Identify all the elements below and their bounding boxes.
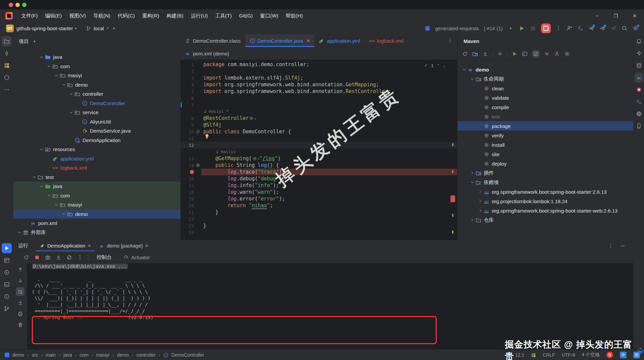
gutter[interactable]: 10 xyxy=(180,128,201,135)
console-rerun-icon[interactable] xyxy=(23,255,29,260)
send-request-2-icon[interactable] xyxy=(599,25,605,31)
sidebar-item-more[interactable] xyxy=(2,85,12,95)
maven-gear-big-icon[interactable] xyxy=(564,51,570,57)
maven-item-org.projectlombok:lombok:1.18.24[interactable]: org.projectlombok:lombok:1.18.24 xyxy=(458,196,634,206)
maven-folder-sync-icon[interactable] xyxy=(472,51,478,57)
chevron-down-icon[interactable] xyxy=(461,67,468,72)
sidebar-item-services[interactable] xyxy=(2,255,12,265)
gutter[interactable]: 13 xyxy=(180,155,201,162)
run-button[interactable] xyxy=(519,25,525,32)
maven-item-site[interactable]: site xyxy=(458,149,634,159)
maven-item-仓库[interactable]: 仓库 xyxy=(458,215,634,225)
sidebar-item-terminal[interactable] xyxy=(2,279,12,289)
gutter[interactable]: 19 xyxy=(180,195,201,202)
gutter[interactable]: 24 xyxy=(180,229,201,236)
gutter[interactable] xyxy=(180,148,201,155)
gutter[interactable]: 9 xyxy=(180,122,201,128)
chevron-down-icon[interactable] xyxy=(68,92,74,96)
maven-item-org.springframework.boot:spring-boot-starter:2.6.13[interactable]: org.springframework.boot:spring-boot-sta… xyxy=(458,187,634,196)
chevron-right-icon[interactable] xyxy=(477,208,484,213)
more-tabs-icon[interactable] xyxy=(443,34,457,47)
maven-collapse-icon[interactable] xyxy=(544,51,550,57)
menu-item[interactable]: Git(G) xyxy=(235,11,257,21)
gutter[interactable]: 1 xyxy=(180,61,201,68)
console-scrollend-icon[interactable] xyxy=(16,298,24,307)
gutter[interactable]: 22 xyxy=(180,216,201,222)
sidebar-item-structure[interactable] xyxy=(2,73,12,83)
close-traffic-light[interactable] xyxy=(9,3,13,7)
editor-scrollbar[interactable] xyxy=(450,60,457,240)
gutter[interactable]: 20 xyxy=(180,202,201,209)
menu-item[interactable]: 文件(F) xyxy=(17,11,41,21)
minimize-panel-icon[interactable]: ─ xyxy=(621,243,625,249)
tree-item-AliyunUtil[interactable]: CAliyunUtil xyxy=(13,117,180,127)
chevron-down-icon[interactable] xyxy=(68,110,74,115)
console-camera-icon[interactable] xyxy=(45,255,51,260)
chevron-down-icon[interactable] xyxy=(469,180,476,185)
maven-profile-icon[interactable] xyxy=(554,51,560,57)
chevron-right-icon[interactable] xyxy=(469,218,476,222)
maven-play-green-icon[interactable] xyxy=(512,51,518,57)
chevron-down-icon[interactable] xyxy=(38,184,45,189)
tree-item-controller[interactable]: controller xyxy=(13,89,180,99)
chevron-down-icon[interactable] xyxy=(53,203,60,207)
close-icon[interactable]: ✕ xyxy=(306,38,310,43)
gutter[interactable]: 12 xyxy=(180,142,201,148)
maven-item-install[interactable]: install xyxy=(458,140,634,149)
tree-item-com[interactable]: com xyxy=(13,191,180,200)
gutter[interactable]: 17 xyxy=(180,182,201,189)
send-request-icon[interactable] xyxy=(588,25,594,31)
tab-DemoController.class[interactable]: 1001DemoController.class xyxy=(180,34,245,47)
console-arrow-up-icon[interactable] xyxy=(16,265,24,274)
menu-item[interactable]: 构建(B) xyxy=(163,11,187,21)
zoom-traffic-light[interactable] xyxy=(22,3,26,7)
maven-item-deploy[interactable]: deploy xyxy=(458,159,634,168)
stop-button[interactable] xyxy=(541,24,551,33)
tree-item-demo[interactable]: demo xyxy=(13,210,180,219)
menu-item[interactable]: 工具(T) xyxy=(211,11,235,21)
maven-item-依赖项[interactable]: 依赖项 xyxy=(458,178,634,187)
console-stop-sm-icon[interactable] xyxy=(34,255,40,260)
run-tab-demo [package][interactable]: mdemo [package]✕ xyxy=(95,240,152,251)
breakpoint-icon[interactable] xyxy=(190,170,194,174)
more-actions-icon[interactable] xyxy=(556,26,561,31)
tree-item-com[interactable]: com xyxy=(13,62,180,71)
sidebar-item-database[interactable] xyxy=(635,60,643,71)
gutter[interactable]: 18 xyxy=(180,189,201,195)
tree-item-masiyi[interactable]: masiyi xyxy=(13,71,180,80)
chevron-down-icon[interactable] xyxy=(16,230,23,235)
breadcrumb-item[interactable]: controller xyxy=(137,352,156,358)
chevron-right-icon[interactable] xyxy=(477,199,484,204)
project-selector[interactable]: github-spring-boot-starter xyxy=(16,26,73,31)
chevron-down-icon[interactable] xyxy=(469,77,476,81)
breadcrumb-item[interactable]: demo xyxy=(117,352,129,358)
tab-logback.xml[interactable]: </>logback.xml xyxy=(365,34,408,47)
subtab-控制台[interactable]: 控制台 xyxy=(93,252,115,263)
sidebar-item-translate[interactable]: 文A xyxy=(635,97,643,107)
menu-item[interactable]: 代码(C) xyxy=(114,11,139,21)
close-window-button[interactable]: ✕ xyxy=(625,10,644,22)
gutter[interactable]: 7 xyxy=(180,101,201,108)
maven-item-verify[interactable]: verify xyxy=(458,131,634,140)
translate-icon[interactable]: 文A xyxy=(577,25,583,31)
gutter[interactable]: 2 xyxy=(180,68,201,75)
chevron-down-icon[interactable] xyxy=(46,64,52,69)
chevron-down-icon[interactable] xyxy=(60,212,67,216)
sidebar-item-maven[interactable]: m xyxy=(635,73,643,83)
menu-item[interactable]: 重构(R) xyxy=(139,11,163,21)
console-dots-v-icon[interactable] xyxy=(77,255,83,260)
intention-bulb-icon[interactable] xyxy=(204,133,210,140)
gutter[interactable]: 6 xyxy=(180,95,201,101)
sidebar-item-recorder[interactable] xyxy=(635,85,643,95)
code-with-me-icon[interactable] xyxy=(566,25,572,31)
chevron-down-icon[interactable] xyxy=(38,55,45,59)
maven-terminal-sm-icon[interactable] xyxy=(522,51,528,57)
project-panel-header[interactable]: 项目 ▾ xyxy=(13,34,180,48)
tree-item-demo[interactable]: demo xyxy=(13,80,180,90)
tree-item-resources[interactable]: resources xyxy=(13,145,180,154)
maven-item-插件[interactable]: 插件 xyxy=(458,168,634,178)
tree-item-java[interactable]: java xyxy=(13,52,180,62)
gutter[interactable] xyxy=(180,108,201,115)
tab-pom.xml (demo)[interactable]: mpom.xml (demo) xyxy=(180,47,233,59)
tree-item-外部库[interactable]: 外部库 xyxy=(13,228,180,237)
